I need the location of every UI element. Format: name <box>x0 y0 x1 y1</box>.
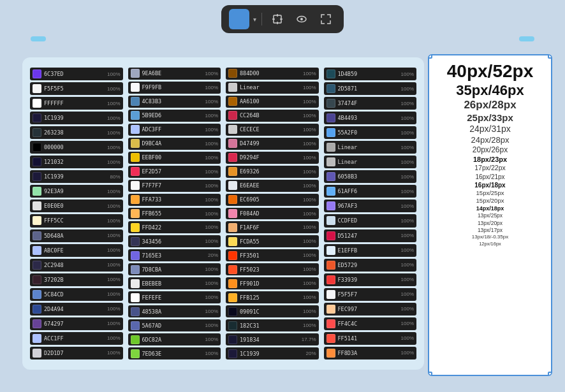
color-row[interactable]: FCDA55100% <box>226 235 319 247</box>
color-row[interactable]: FF901D100% <box>226 277 319 289</box>
color-row[interactable]: 1C193920% <box>226 347 319 359</box>
color-row[interactable]: E69326100% <box>226 166 319 178</box>
color-row[interactable]: 37202B100% <box>30 273 123 286</box>
handle-br[interactable] <box>548 372 552 376</box>
color-row[interactable]: AA6100100% <box>226 96 319 108</box>
color-hex-label: 1C1939 <box>44 115 105 121</box>
color-row[interactable]: 2C2948100% <box>30 259 123 272</box>
color-row[interactable]: 6DC82A100% <box>128 333 221 345</box>
color-row[interactable]: D2D1D7100% <box>30 347 123 359</box>
color-row[interactable]: 1D4B59100% <box>324 68 417 80</box>
color-row[interactable]: 967AF3100% <box>324 200 417 212</box>
color-row[interactable]: Linear100% <box>226 82 319 94</box>
color-row[interactable]: E0E0E0100% <box>30 200 123 212</box>
color-pct-label: 100% <box>107 335 120 341</box>
color-row[interactable]: FFFFFF100% <box>30 97 123 110</box>
color-row[interactable]: F084AD100% <box>226 208 319 220</box>
color-row[interactable]: F5F5F5100% <box>30 82 123 95</box>
toolbar-scale-btn[interactable] <box>316 9 336 29</box>
color-row[interactable]: 674297100% <box>30 317 123 330</box>
color-row[interactable]: E1EFFB100% <box>324 244 417 257</box>
color-row[interactable]: FEFEFE100% <box>128 291 221 303</box>
color-row[interactable]: F7F7F7100% <box>128 180 221 192</box>
color-row[interactable]: 92E3A9100% <box>30 185 123 198</box>
toolbar-dropdown[interactable]: ▾ <box>253 16 256 23</box>
color-row[interactable]: 6058B3100% <box>324 170 417 183</box>
color-row[interactable]: FF4C4C100% <box>324 317 417 330</box>
color-row[interactable]: 1C193980% <box>30 170 123 183</box>
color-row[interactable]: 7D8CBA100% <box>128 263 221 275</box>
color-row[interactable]: D9BC4A100% <box>128 138 221 150</box>
color-row[interactable]: FFB655100% <box>128 208 221 220</box>
color-row[interactable]: 37474F100% <box>324 97 417 110</box>
color-row[interactable]: 182C31100% <box>226 319 319 331</box>
color-row[interactable]: CC264B100% <box>226 110 319 122</box>
color-row[interactable]: 2D4A94100% <box>30 303 123 316</box>
color-row[interactable]: 884D00100% <box>226 68 319 80</box>
color-row[interactable]: Linear100% <box>324 141 417 154</box>
color-row[interactable]: 09091C100% <box>226 305 319 317</box>
color-row[interactable]: 000000100% <box>30 141 123 154</box>
color-row[interactable]: 343456100% <box>128 235 221 247</box>
color-row[interactable]: 5B9ED6100% <box>128 110 221 122</box>
toolbar-frame-btn[interactable] <box>267 9 288 29</box>
color-row[interactable]: EC6905100% <box>226 194 319 206</box>
color-row[interactable]: 48538A100% <box>128 305 221 317</box>
color-row[interactable]: FF5023100% <box>226 263 319 275</box>
color-row[interactable]: F1AF6F100% <box>226 221 319 233</box>
color-row[interactable]: 4B4493100% <box>324 112 417 124</box>
color-row[interactable]: D51247100% <box>324 229 417 242</box>
color-row[interactable]: FFD422100% <box>128 221 221 233</box>
color-row[interactable]: ABC0FE100% <box>30 244 123 257</box>
color-row[interactable]: Linear100% <box>324 156 417 168</box>
color-row[interactable]: D47499100% <box>226 138 319 150</box>
color-row[interactable]: CCDFED100% <box>324 214 417 227</box>
color-row[interactable]: 4C83B3100% <box>128 96 221 108</box>
color-row[interactable]: FFB125100% <box>226 291 319 303</box>
color-row[interactable]: FEC997100% <box>324 303 417 316</box>
handle-tl[interactable] <box>428 54 432 59</box>
color-hex-label: 6C37ED <box>44 71 105 77</box>
color-row[interactable]: 7ED63E100% <box>128 347 221 359</box>
color-row[interactable]: FFF5CC100% <box>30 214 123 227</box>
color-pct-label: 100% <box>303 141 316 147</box>
color-row[interactable]: 55A2F0100% <box>324 126 417 139</box>
color-hex-label: 55A2F0 <box>338 129 399 136</box>
handle-bl[interactable] <box>428 372 432 376</box>
color-swatch <box>33 305 41 314</box>
color-row[interactable]: 1C1939100% <box>30 112 123 124</box>
color-row[interactable]: ACC1FF100% <box>30 332 123 345</box>
toolbar-circle-btn[interactable] <box>229 9 249 29</box>
color-row[interactable]: F9F9FB100% <box>128 82 221 94</box>
color-row[interactable]: 19183417.7% <box>226 333 319 345</box>
color-pct-label: 100% <box>107 218 120 224</box>
color-row[interactable]: 263238100% <box>30 126 123 139</box>
color-row[interactable]: 6C37ED100% <box>30 68 123 80</box>
color-row[interactable]: 121032100% <box>30 156 123 168</box>
color-row[interactable]: FF3501100% <box>226 249 319 261</box>
color-row[interactable]: EEBF00100% <box>128 152 221 164</box>
color-row[interactable]: FFA733100% <box>128 194 221 206</box>
color-row[interactable]: F33939100% <box>324 273 417 286</box>
color-row[interactable]: 7165E320% <box>128 249 221 261</box>
color-row[interactable]: 5A67AD100% <box>128 319 221 331</box>
color-row[interactable]: FF5141100% <box>324 332 417 345</box>
color-row[interactable]: CECECE100% <box>226 124 319 136</box>
toolbar-view-btn[interactable] <box>291 9 312 29</box>
color-row[interactable]: FF8D3A100% <box>324 347 417 359</box>
color-row[interactable]: 2D5871100% <box>324 82 417 95</box>
color-row[interactable]: ED5729100% <box>324 259 417 272</box>
color-row[interactable]: 61AFF6100% <box>324 185 417 198</box>
handle-tr[interactable] <box>548 54 552 59</box>
color-row[interactable]: ADC3FF100% <box>128 124 221 136</box>
color-row[interactable]: EF2D57100% <box>128 166 221 178</box>
color-row[interactable]: F5F5F7100% <box>324 288 417 301</box>
color-hex-label: 61AFF6 <box>338 188 399 194</box>
color-pct-label: 100% <box>303 280 316 286</box>
color-row[interactable]: E6EAEE100% <box>226 180 319 192</box>
color-row[interactable]: 5C84CD100% <box>30 288 123 301</box>
color-row[interactable]: 9EA6BE100% <box>128 68 221 80</box>
color-row[interactable]: 5D648A100% <box>30 229 123 242</box>
color-row[interactable]: D9294F100% <box>226 152 319 164</box>
color-row[interactable]: EBEBEB100% <box>128 277 221 289</box>
